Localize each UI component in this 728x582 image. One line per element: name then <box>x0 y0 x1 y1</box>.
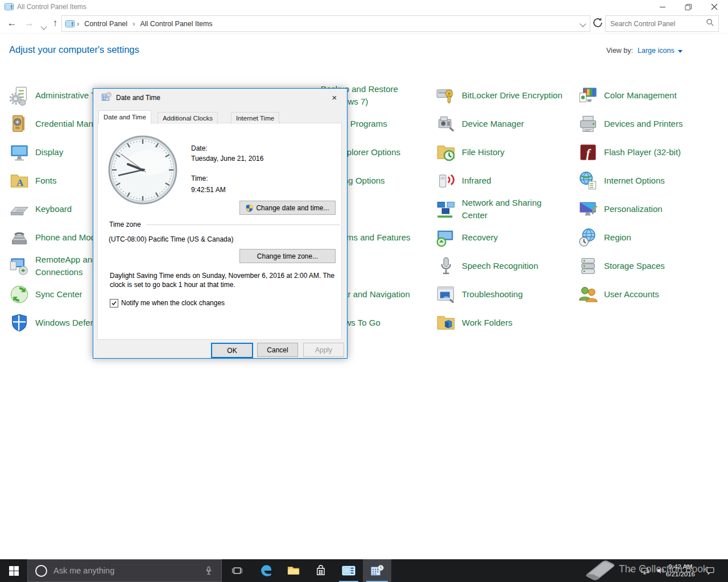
control-panel-item-internet-options[interactable]: Internet Options <box>604 174 665 187</box>
control-panel-item-infrared[interactable]: Infrared <box>462 174 491 187</box>
display-icon[interactable] <box>9 142 30 163</box>
timezone-value: (UTC-08:00) Pacific Time (US & Canada) <box>109 235 233 243</box>
region-icon[interactable] <box>578 227 598 248</box>
notify-checkbox-label[interactable]: Notify me when the clock changes <box>121 299 225 307</box>
tray-date: 6/21/2016 <box>666 571 695 579</box>
recovery-icon[interactable] <box>436 227 456 248</box>
control-panel-item-work-folders[interactable]: Work Folders <box>462 317 512 329</box>
control-panel-item-sync-center[interactable]: Sync Center <box>35 288 82 301</box>
troubleshooting-icon[interactable] <box>436 284 456 305</box>
internet-options-icon[interactable] <box>578 171 598 191</box>
sync-center-icon[interactable] <box>9 284 30 305</box>
control-panel-item-remoteapp-and-desktop-connections[interactable]: Connections <box>35 266 82 278</box>
remoteapp-and-desktop-connections-icon[interactable] <box>9 256 30 276</box>
control-panel-item-user-accounts[interactable]: User Accounts <box>604 288 659 301</box>
control-panel-item-device-manager[interactable]: Device Manager <box>462 118 524 130</box>
taskbar-file-explorer-icon[interactable] <box>280 559 307 582</box>
file-history-icon[interactable] <box>436 142 456 163</box>
control-panel-item-file-history[interactable]: File History <box>462 146 504 159</box>
analog-clock <box>107 134 179 206</box>
work-folders-icon[interactable] <box>436 313 456 333</box>
control-panel-item-storage-spaces[interactable]: Storage Spaces <box>604 260 665 272</box>
svg-text:A: A <box>16 177 24 188</box>
show-hidden-icons-button[interactable] <box>623 559 637 582</box>
control-panel-item-region[interactable]: Region <box>604 231 631 244</box>
keyboard-icon[interactable] <box>9 199 30 219</box>
task-view-button[interactable] <box>224 559 250 582</box>
devices-and-printers-icon[interactable] <box>578 114 598 134</box>
infrared-icon[interactable] <box>436 171 456 191</box>
control-panel-item-network-and-sharing-center[interactable]: Center <box>462 209 487 222</box>
tab-date-and-time[interactable]: Date and Time <box>98 110 151 124</box>
control-panel-item-bitlocker-drive-encryption[interactable]: BitLocker Drive Encryption <box>462 89 562 102</box>
time-value: 9:42:51 AM <box>191 186 226 194</box>
cancel-button[interactable]: Cancel <box>257 343 298 357</box>
cortana-search-bar[interactable] <box>27 559 222 582</box>
control-panel-item-personalization[interactable]: Personalization <box>604 203 663 215</box>
bitlocker-drive-encryption-icon[interactable] <box>436 85 456 106</box>
control-panel-item-recovery[interactable]: Recovery <box>462 231 498 244</box>
change-timezone-button[interactable]: Change time zone... <box>239 249 336 263</box>
start-button[interactable] <box>0 559 27 582</box>
action-center-icon[interactable] <box>701 559 720 582</box>
flash-player-32-bit-icon[interactable]: f <box>578 142 598 163</box>
apply-button[interactable]: Apply <box>303 343 344 357</box>
ok-button[interactable]: OK <box>211 343 253 358</box>
control-panel-item-display[interactable]: Display <box>35 146 63 159</box>
fonts-icon[interactable]: A <box>9 171 30 191</box>
dialog-close-button[interactable]: × <box>323 89 346 105</box>
control-panel-item-network-and-sharing-center[interactable]: Network and Sharing <box>462 197 541 209</box>
credential-manager-icon[interactable] <box>9 114 30 134</box>
control-panel-item-troubleshooting[interactable]: Troubleshooting <box>462 288 523 301</box>
speech-recognition-icon[interactable] <box>436 256 456 276</box>
device-manager-icon[interactable] <box>436 114 456 134</box>
date-time-dialog-icon <box>102 92 111 102</box>
dst-info-text: Daylight Saving Time ends on Sunday, Nov… <box>110 272 335 289</box>
microphone-icon[interactable] <box>203 564 214 577</box>
cortana-search-input[interactable] <box>52 566 203 576</box>
timezone-group-line <box>146 225 340 225</box>
taskbar-control-panel-icon[interactable] <box>336 559 362 582</box>
administrative-tools-icon[interactable] <box>9 85 30 106</box>
control-panel-item-keyboard[interactable]: Keyboard <box>35 203 72 215</box>
control-panel-item-fonts[interactable]: Fonts <box>35 174 57 187</box>
date-label: Date: <box>191 144 208 152</box>
storage-spaces-icon[interactable] <box>578 256 598 276</box>
color-management-icon[interactable] <box>578 85 598 106</box>
time-label: Time: <box>191 174 208 182</box>
tray-time: 9:42 AM <box>668 563 692 571</box>
date-and-time-dialog: Date and Time × Date: Tuesday, June 21, … <box>93 88 348 359</box>
phone-and-modem-icon[interactable] <box>9 227 30 248</box>
timezone-group-label: Time zone <box>109 221 141 228</box>
date-value: Tuesday, June 21, 2016 <box>191 155 263 163</box>
personalization-icon[interactable] <box>578 199 598 219</box>
tab-additional-clocks[interactable]: Additional Clocks <box>158 112 218 124</box>
dialog-title: Date and Time <box>116 94 160 102</box>
tray-clock[interactable]: 9:42 AM 6/21/2016 <box>666 559 695 582</box>
taskbar: 9:42 AM 6/21/2016 <box>0 559 728 582</box>
taskbar-date-time-icon[interactable] <box>363 559 391 582</box>
control-panel-item-color-management[interactable]: Color Management <box>604 89 677 102</box>
control-panel-item-flash-player-32-bit[interactable]: Flash Player (32-bit) <box>604 146 681 159</box>
uac-shield-icon <box>246 204 253 212</box>
cortana-icon <box>35 565 47 577</box>
taskbar-store-icon[interactable] <box>307 559 334 582</box>
tab-internet-time[interactable]: Internet Time <box>231 112 279 124</box>
user-accounts-icon[interactable] <box>578 284 598 305</box>
network-tray-icon[interactable] <box>638 559 653 582</box>
control-panel-item-speech-recognition[interactable]: Speech Recognition <box>462 260 538 272</box>
taskbar-edge-icon[interactable] <box>253 559 280 582</box>
change-date-time-button[interactable]: Change date and time... <box>239 201 336 215</box>
notify-clock-change-checkbox[interactable] <box>110 299 118 307</box>
control-panel-item-devices-and-printers[interactable]: Devices and Printers <box>604 118 682 130</box>
windows-defender-icon[interactable] <box>9 313 30 333</box>
network-and-sharing-center-icon[interactable] <box>436 199 456 219</box>
